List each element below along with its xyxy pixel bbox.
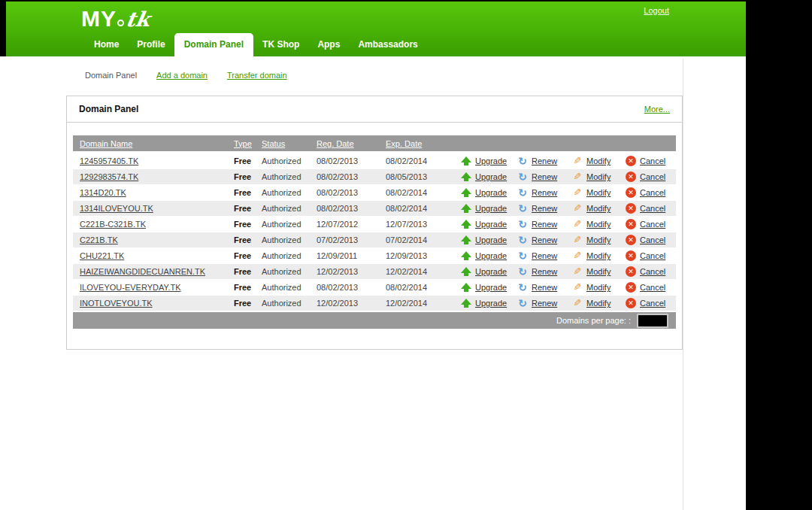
modify-icon[interactable]: ✎ [572,187,583,198]
cancel-link[interactable]: Cancel [640,172,665,181]
domain-link[interactable]: 1292983574.TK [73,172,234,181]
upgrade-icon[interactable] [461,298,471,308]
renew-link[interactable]: Renew [532,251,557,260]
modify-icon[interactable]: ✎ [572,156,583,166]
cancel-icon[interactable]: ✕ [626,235,636,245]
cancel-link[interactable]: Cancel [640,156,665,165]
column-header-type[interactable]: Type [234,139,262,148]
renew-icon[interactable]: ↻ [517,282,528,293]
renew-icon[interactable]: ↻ [517,187,528,198]
upgrade-icon[interactable] [461,219,471,229]
cancel-icon[interactable]: ✕ [626,266,636,277]
renew-link[interactable]: Renew [532,283,557,292]
upgrade-link[interactable]: Upgrade [475,299,507,308]
modify-link[interactable]: Modify [586,267,611,276]
renew-link[interactable]: Renew [532,172,557,181]
renew-link[interactable]: Renew [532,235,557,244]
modify-link[interactable]: Modify [586,251,611,260]
cancel-link[interactable]: Cancel [640,251,665,260]
domains-per-page-select[interactable] [637,314,668,328]
cancel-link[interactable]: Cancel [640,220,665,229]
renew-icon[interactable]: ↻ [517,250,528,261]
cancel-icon[interactable]: ✕ [626,219,636,229]
tab-home[interactable]: Home [85,34,128,56]
subnav-transfer-domain[interactable]: Transfer domain [227,71,287,80]
column-header-status[interactable]: Status [262,139,317,148]
domain-link[interactable]: INOTLOVEYOU.TK [73,299,234,308]
cancel-icon[interactable]: ✕ [626,203,636,214]
modify-link[interactable]: Modify [586,220,611,229]
modify-icon[interactable]: ✎ [572,172,583,182]
domain-link[interactable]: C221B-C321B.TK [73,220,234,229]
renew-link[interactable]: Renew [532,156,557,165]
upgrade-icon[interactable] [461,156,471,166]
upgrade-link[interactable]: Upgrade [475,251,507,260]
modify-link[interactable]: Modify [586,156,611,165]
renew-icon[interactable]: ↻ [517,219,528,229]
tab-profile[interactable]: Profile [128,34,174,56]
renew-link[interactable]: Renew [532,220,557,229]
renew-icon[interactable]: ↻ [517,172,528,182]
cancel-icon[interactable]: ✕ [626,187,636,198]
renew-icon[interactable]: ↻ [517,298,528,308]
tab-domain-panel[interactable]: Domain Panel [174,33,253,56]
domain-link[interactable]: HAIZEIWANGDIDECUANREN.TK [73,267,234,276]
modify-icon[interactable]: ✎ [572,266,583,277]
renew-icon[interactable]: ↻ [517,203,528,214]
modify-icon[interactable]: ✎ [572,298,583,308]
upgrade-link[interactable]: Upgrade [475,235,507,244]
domain-link[interactable]: 1314ILOVEYOU.TK [73,204,234,213]
cancel-link[interactable]: Cancel [640,204,665,213]
cancel-link[interactable]: Cancel [640,267,665,276]
upgrade-link[interactable]: Upgrade [475,156,507,165]
upgrade-icon[interactable] [461,250,471,261]
domain-link[interactable]: C221B.TK [73,235,234,244]
upgrade-icon[interactable] [461,203,471,214]
renew-link[interactable]: Renew [532,299,557,308]
upgrade-icon[interactable] [461,282,471,293]
domain-link[interactable]: ILOVEYOU-EVERYDAY.TK [73,283,234,292]
renew-icon[interactable]: ↻ [517,235,528,245]
renew-link[interactable]: Renew [532,267,557,276]
modify-link[interactable]: Modify [586,299,611,308]
modify-link[interactable]: Modify [586,283,611,292]
cancel-icon[interactable]: ✕ [626,282,636,293]
upgrade-icon[interactable] [461,235,471,245]
cancel-link[interactable]: Cancel [640,299,665,308]
cancel-link[interactable]: Cancel [640,188,665,197]
domain-link[interactable]: 1314D20.TK [73,188,234,197]
modify-link[interactable]: Modify [586,188,611,197]
column-header-reg-date[interactable]: Reg. Date [317,139,386,148]
modify-icon[interactable]: ✎ [572,250,583,261]
modify-icon[interactable]: ✎ [572,219,583,229]
modify-icon[interactable]: ✎ [572,203,583,214]
domain-link[interactable]: 1245957405.TK [73,156,234,165]
upgrade-link[interactable]: Upgrade [475,283,507,292]
modify-link[interactable]: Modify [586,235,611,244]
subnav-add-a-domain[interactable]: Add a domain [156,71,208,80]
cancel-icon[interactable]: ✕ [626,250,636,261]
modify-link[interactable]: Modify [586,172,611,181]
tab-tk-shop[interactable]: TK Shop [253,34,308,56]
tab-apps[interactable]: Apps [308,34,349,56]
renew-icon[interactable]: ↻ [517,266,528,277]
logout-link[interactable]: Logout [644,6,669,15]
upgrade-link[interactable]: Upgrade [475,267,507,276]
upgrade-icon[interactable] [461,266,471,277]
modify-icon[interactable]: ✎ [572,235,583,245]
cancel-link[interactable]: Cancel [640,235,665,244]
renew-link[interactable]: Renew [532,188,557,197]
upgrade-link[interactable]: Upgrade [475,204,507,213]
cancel-icon[interactable]: ✕ [626,156,636,166]
modify-link[interactable]: Modify [586,204,611,213]
column-header-domain-name[interactable]: Domain Name [73,139,234,148]
tab-ambassadors[interactable]: Ambassadors [349,34,426,56]
modify-icon[interactable]: ✎ [572,282,583,293]
more-link[interactable]: More... [644,105,670,114]
cancel-icon[interactable]: ✕ [626,298,636,308]
column-header-exp-date[interactable]: Exp. Date [386,139,461,148]
upgrade-link[interactable]: Upgrade [475,172,507,181]
cancel-icon[interactable]: ✕ [626,172,636,182]
upgrade-icon[interactable] [461,187,471,198]
upgrade-link[interactable]: Upgrade [475,188,507,197]
